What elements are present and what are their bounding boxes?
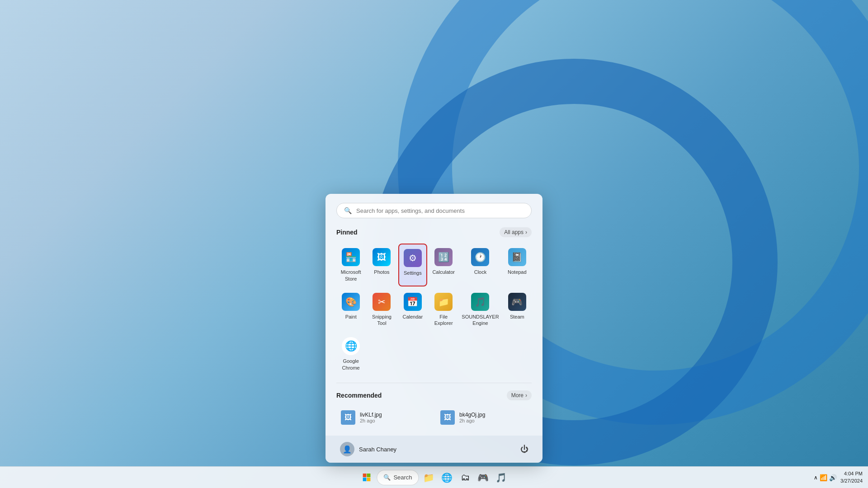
taskbar-folder[interactable]: 🗂 (457, 469, 473, 486)
photos-icon: 🖼 (373, 248, 391, 266)
rec-info-1: livKLf.jpg 2h ago (360, 412, 382, 423)
start-button[interactable] (359, 469, 375, 486)
photos-label: Photos (374, 269, 389, 275)
file-explorer-icon: 📁 (434, 293, 453, 311)
taskbar-chrome[interactable]: 🌐 (439, 469, 455, 486)
snipping-tool-icon: ✂ (373, 293, 391, 311)
calendar-label: Calendar (403, 314, 423, 320)
app-calculator[interactable]: 🔢 Calculator (429, 244, 458, 286)
clock-icon: 🕐 (471, 248, 489, 266)
taskbar-gaming[interactable]: 🎮 (475, 469, 491, 486)
recommended-header: Recommended More › (336, 390, 532, 400)
start-menu-footer: 👤 Sarah Chaney ⏻ (326, 436, 542, 463)
app-clock[interactable]: 🕐 Clock (460, 244, 500, 286)
steam-icon: 🎮 (508, 293, 526, 311)
power-icon: ⏻ (520, 445, 528, 454)
rec-time-1: 2h ago (360, 418, 382, 423)
calendar-icon: 📅 (404, 293, 422, 311)
rec-file-icon-1: 🖼 (341, 410, 355, 425)
app-file-explorer[interactable]: 📁 File Explorer (429, 288, 458, 331)
svg-rect-0 (363, 474, 366, 477)
power-button[interactable]: ⏻ (517, 442, 532, 456)
start-search-input[interactable] (356, 207, 524, 214)
app-microsoft-store[interactable]: 🏪 Microsoft Store (336, 244, 365, 286)
clock-label: Clock (474, 269, 487, 275)
more-button[interactable]: More › (507, 390, 532, 400)
system-tray: ∧ 📶 🔊 (814, 474, 837, 481)
google-chrome-label: Google Chrome (338, 358, 363, 371)
taskbar-right: ∧ 📶 🔊 4:04 PM 3/27/2024 (814, 470, 868, 484)
app-notepad[interactable]: 📓 Notepad (503, 244, 532, 286)
taskbar-search-icon: 🔍 (383, 474, 391, 481)
app-snipping-tool[interactable]: ✂ Snipping Tool (367, 288, 396, 331)
notepad-label: Notepad (508, 269, 527, 275)
all-apps-label: All apps (504, 229, 524, 235)
calculator-label: Calculator (432, 269, 455, 275)
taskbar-search-text: Search (393, 474, 412, 481)
clock-display[interactable]: 4:04 PM 3/27/2024 (840, 470, 863, 484)
rec-filename-1: livKLf.jpg (360, 412, 382, 418)
user-profile-button[interactable]: 👤 Sarah Chaney (336, 440, 400, 458)
pinned-apps-grid: 🏪 Microsoft Store 🖼 Photos ⚙ Settings 🔢 … (336, 244, 532, 375)
rec-filename-2: bk4gOj.jpg (459, 412, 485, 418)
chevron-up-icon[interactable]: ∧ (814, 474, 818, 481)
svg-rect-1 (367, 474, 370, 477)
steam-label: Steam (510, 314, 524, 320)
rec-time-2: 2h ago (459, 418, 485, 423)
desktop: 🔍 Pinned All apps › 🏪 Microsoft Store 🖼 … (0, 0, 868, 488)
taskbar-file-explorer[interactable]: 📁 (421, 469, 437, 486)
date-display: 3/27/2024 (840, 478, 863, 484)
all-apps-button[interactable]: All apps › (500, 227, 532, 237)
taskbar-search-bar[interactable]: 🔍 Search (377, 470, 419, 485)
username: Sarah Chaney (359, 446, 396, 453)
soundslayer-label: SOUNDSLAYER Engine (462, 314, 499, 327)
app-paint[interactable]: 🎨 Paint (336, 288, 365, 331)
google-chrome-icon: 🌐 (342, 337, 360, 355)
chevron-right-icon-rec: › (525, 392, 527, 399)
recommended-item-1[interactable]: 🖼 livKLf.jpg 2h ago (336, 407, 432, 428)
app-steam[interactable]: 🎮 Steam (503, 288, 532, 331)
taskbar-center: 🔍 Search 📁 🌐 🗂 🎮 🎵 (359, 469, 509, 486)
app-calendar[interactable]: 📅 Calendar (398, 288, 427, 331)
start-search-bar[interactable]: 🔍 (336, 203, 532, 218)
paint-label: Paint (345, 314, 357, 320)
soundslayer-icon: 🎵 (471, 293, 489, 311)
taskbar: 🔍 Search 📁 🌐 🗂 🎮 🎵 ∧ 📶 🔊 4:04 PM 3/27/2 (0, 466, 868, 488)
pinned-section-header: Pinned All apps › (336, 227, 532, 237)
pinned-label: Pinned (336, 229, 358, 236)
network-icon[interactable]: 📶 (820, 474, 827, 481)
chevron-right-icon: › (525, 229, 527, 235)
snipping-tool-label: Snipping Tool (369, 314, 394, 327)
more-label: More (511, 392, 524, 399)
file-explorer-label: File Explorer (431, 314, 456, 327)
settings-icon: ⚙ (404, 249, 422, 267)
start-menu: 🔍 Pinned All apps › 🏪 Microsoft Store 🖼 … (326, 194, 542, 463)
volume-icon[interactable]: 🔊 (829, 474, 837, 481)
search-icon: 🔍 (344, 207, 352, 214)
avatar: 👤 (340, 442, 354, 456)
settings-label: Settings (404, 270, 422, 276)
time-display: 4:04 PM (840, 470, 863, 477)
recommended-section: Recommended More › 🖼 livKLf.jpg 2h ago 🖼 (336, 383, 532, 428)
recommended-item-2[interactable]: 🖼 bk4gOj.jpg 2h ago (436, 407, 532, 428)
app-settings[interactable]: ⚙ Settings (398, 244, 427, 286)
recommended-items-grid: 🖼 livKLf.jpg 2h ago 🖼 bk4gOj.jpg 2h ago (336, 407, 532, 428)
taskbar-spotify[interactable]: 🎵 (493, 469, 509, 486)
microsoft-store-label: Microsoft Store (338, 269, 363, 282)
svg-rect-3 (367, 478, 370, 481)
app-soundslayer[interactable]: 🎵 SOUNDSLAYER Engine (460, 288, 500, 331)
app-photos[interactable]: 🖼 Photos (367, 244, 396, 286)
svg-rect-2 (363, 478, 366, 481)
app-google-chrome[interactable]: 🌐 Google Chrome (336, 333, 365, 375)
rec-info-2: bk4gOj.jpg 2h ago (459, 412, 485, 423)
calculator-icon: 🔢 (434, 248, 453, 266)
recommended-label: Recommended (336, 392, 382, 399)
paint-icon: 🎨 (342, 293, 360, 311)
microsoft-store-icon: 🏪 (342, 248, 360, 266)
notepad-icon: 📓 (508, 248, 526, 266)
rec-file-icon-2: 🖼 (440, 410, 455, 425)
